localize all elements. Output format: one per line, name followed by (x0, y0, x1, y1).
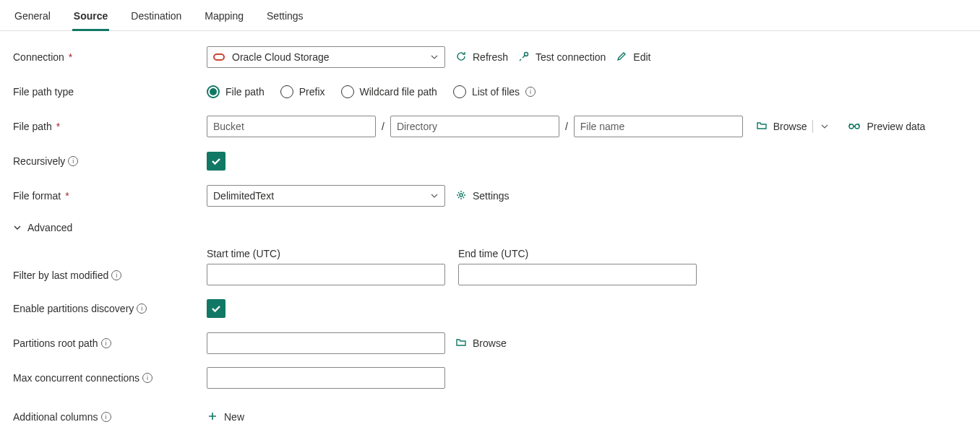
label-partitions-root-path: Partitions root path i (13, 337, 207, 349)
advanced-toggle[interactable]: Advanced (13, 222, 72, 233)
info-icon[interactable]: i (525, 87, 536, 97)
bucket-input[interactable] (207, 116, 376, 137)
folder-icon (756, 120, 768, 134)
glasses-icon (848, 121, 861, 132)
browse-button[interactable]: Browse (756, 120, 807, 134)
label-enable-partitions: Enable partitions discovery i (13, 303, 207, 314)
edit-button[interactable]: Edit (616, 51, 650, 64)
folder-icon (455, 337, 467, 350)
oracle-icon (213, 53, 225, 61)
label-file-path-type: File path type (13, 86, 207, 98)
file-path-type-group: File path Prefix Wildcard file path List… (207, 85, 536, 98)
plug-icon (518, 51, 530, 64)
chevron-down-icon (430, 191, 439, 200)
svg-point-3 (460, 194, 463, 197)
info-icon[interactable]: i (142, 373, 152, 383)
path-separator: / (382, 121, 384, 132)
chevron-down-icon (13, 223, 22, 232)
label-max-concurrent: Max concurrent connections i (13, 372, 207, 384)
preview-data-button[interactable]: Preview data (848, 121, 925, 132)
connection-value: Oracle Cloud Storage (232, 51, 330, 63)
connection-select[interactable]: Oracle Cloud Storage (207, 46, 445, 68)
divider (812, 120, 813, 133)
new-column-button[interactable]: New (207, 410, 244, 424)
end-time-input[interactable] (458, 264, 697, 285)
required-marker: * (56, 121, 60, 132)
label-recursively: Recursively i (13, 155, 207, 167)
info-icon[interactable]: i (111, 270, 121, 280)
pencil-icon (616, 51, 627, 64)
radio-wildcard[interactable]: Wildcard file path (341, 85, 437, 98)
label-file-format: File format* (13, 190, 207, 202)
info-icon[interactable]: i (68, 156, 78, 166)
required-marker: * (65, 190, 69, 202)
path-separator: / (565, 121, 568, 132)
tab-source[interactable]: Source (72, 6, 109, 31)
radio-file-path[interactable]: File path (207, 85, 265, 98)
partitions-root-path-input[interactable] (207, 332, 445, 354)
tab-bar: General Source Destination Mapping Setti… (0, 0, 980, 31)
radio-list-of-files[interactable]: List of files i (453, 85, 536, 98)
chevron-down-icon[interactable] (819, 122, 830, 131)
label-start-time: Start time (UTC) (207, 248, 445, 259)
label-end-time: End time (UTC) (458, 248, 697, 259)
filename-input[interactable] (574, 116, 743, 137)
plus-icon (207, 410, 218, 424)
label-connection: Connection* (13, 51, 207, 63)
directory-input[interactable] (390, 116, 559, 137)
start-time-input[interactable] (207, 264, 445, 285)
file-format-value: DelimitedText (213, 190, 274, 202)
gear-icon (455, 189, 467, 203)
tab-destination[interactable]: Destination (129, 6, 183, 30)
file-format-select[interactable]: DelimitedText (207, 185, 445, 207)
tab-settings[interactable]: Settings (265, 6, 305, 30)
refresh-button[interactable]: Refresh (455, 51, 508, 64)
required-marker: * (69, 51, 72, 63)
test-connection-button[interactable]: Test connection (518, 51, 606, 64)
partitions-browse-button[interactable]: Browse (455, 337, 507, 350)
format-settings-button[interactable]: Settings (455, 189, 510, 203)
info-icon[interactable]: i (137, 303, 147, 314)
enable-partitions-checkbox[interactable] (207, 299, 225, 318)
chevron-down-icon (430, 53, 439, 61)
label-filter-last-modified: Filter by last modified i (13, 270, 207, 285)
form-area: Connection* Oracle Cloud Storage Refresh (0, 31, 980, 448)
max-concurrent-input[interactable] (207, 367, 445, 389)
radio-prefix[interactable]: Prefix (280, 85, 325, 98)
label-additional-columns: Additional columns i (13, 411, 207, 423)
info-icon[interactable]: i (101, 338, 111, 348)
tab-mapping[interactable]: Mapping (203, 6, 245, 30)
svg-point-0 (525, 52, 528, 56)
recursively-checkbox[interactable] (207, 152, 225, 171)
refresh-icon (455, 51, 467, 64)
info-icon[interactable]: i (101, 412, 111, 422)
label-file-path: File path* (13, 121, 207, 132)
tab-general[interactable]: General (13, 6, 52, 30)
